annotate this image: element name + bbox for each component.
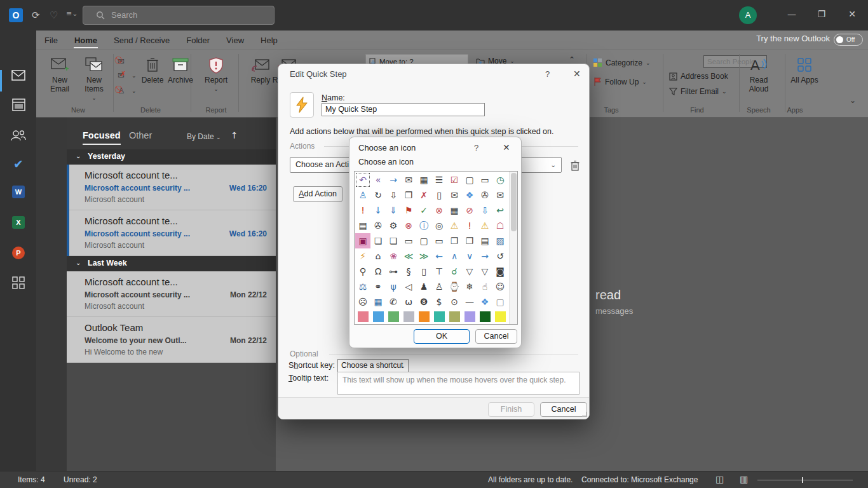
return-icon[interactable]: ↺ (492, 248, 508, 264)
shredder-icon[interactable]: ▤ (355, 218, 370, 233)
next-icon[interactable]: → (477, 248, 492, 264)
reading-view-icon[interactable]: ▥ (740, 474, 748, 484)
tooltip-text-input[interactable]: This text will show up when the mouse ho… (337, 372, 580, 395)
close-dialog-button[interactable]: ✕ (503, 142, 510, 152)
page-forward-icon[interactable]: ❏ (370, 233, 386, 248)
dash-icon[interactable]: — (462, 294, 477, 309)
blank-icon[interactable]: ▢ (492, 294, 508, 309)
screen-icon[interactable]: ⊤ (431, 264, 447, 279)
report-button[interactable]: Report ⌄ (199, 54, 233, 93)
tab-focused[interactable]: Focused (83, 130, 121, 140)
new-items-button[interactable]: New Items ⌄ (77, 54, 111, 102)
page-back-icon[interactable]: ❏ (386, 233, 401, 248)
group-header[interactable]: ⌄Yesterday (67, 149, 276, 165)
quick-step-icon[interactable]: ⚡ (355, 248, 370, 264)
reply-all-icon[interactable]: « (370, 172, 386, 187)
check-icon[interactable]: ✓ (416, 203, 431, 218)
justice-icon[interactable]: ⚖ (355, 279, 370, 294)
palette-icon[interactable]: ❀ (386, 248, 401, 264)
person-dark-icon[interactable]: ♟ (416, 279, 431, 294)
target-icon[interactable]: ◎ (431, 218, 447, 233)
address-book-button[interactable]: Address Book (669, 72, 728, 81)
group-header[interactable]: ⌄Last Week (67, 256, 276, 271)
open-mail-icon[interactable]: ✉ (401, 172, 416, 187)
warning-icon[interactable]: ⚠ (447, 218, 462, 233)
help-button[interactable]: ? (545, 69, 550, 79)
bookmark-icon[interactable]: ▯ (416, 264, 431, 279)
excel-nav-icon[interactable]: X (11, 215, 26, 230)
ribbon-tab-folder[interactable]: Folder (178, 32, 218, 48)
zoom-slider[interactable] (757, 480, 853, 480)
todo-nav-icon[interactable]: ✔ (11, 156, 26, 172)
close-button[interactable]: ✕ (843, 9, 862, 19)
cancel-button[interactable]: Cancel (540, 402, 587, 417)
color-swatch-6[interactable] (449, 311, 460, 322)
junk-button[interactable]: ✉✗⌄ (118, 71, 137, 80)
down-important-icon[interactable]: ⇓ (386, 203, 401, 218)
search-input[interactable]: Search (83, 6, 275, 25)
mail2-icon[interactable]: ✉ (492, 187, 508, 203)
zoom-slider-knob[interactable] (802, 477, 803, 483)
filter-email-button[interactable]: Filter Email⌄ (669, 87, 727, 96)
smile-icon[interactable]: ☺ (492, 279, 508, 294)
read-aloud-button[interactable]: A Read Aloud (742, 54, 776, 93)
categorize-icon[interactable]: ❖ (462, 187, 477, 203)
help-button[interactable]: ? (474, 143, 478, 152)
color-swatch-5[interactable] (434, 311, 445, 322)
color-swatch-3[interactable] (403, 311, 414, 322)
mute-icon[interactable]: ◁ (401, 279, 416, 294)
mail-nav-icon[interactable] (11, 67, 26, 83)
pin-icon[interactable]: ⚲ (355, 264, 370, 279)
down-icon[interactable]: ∨ (462, 248, 477, 264)
prev-all-icon[interactable]: ≪ (401, 248, 416, 264)
key-icon[interactable]: ⊶ (386, 264, 401, 279)
clock-icon[interactable]: ⌚ (447, 279, 462, 294)
cancel-circle2-icon[interactable]: ⊗ (401, 218, 416, 233)
ribbon-tab-file[interactable]: File (36, 32, 66, 48)
mic-icon[interactable]: ψ (386, 279, 401, 294)
delete-x-icon[interactable]: ✗ (416, 187, 431, 203)
all-apps-button[interactable]: All Apps (787, 54, 822, 85)
ribbon-tab-send-receive[interactable]: Send / Receive (105, 32, 178, 48)
finish-button[interactable]: Finish (488, 402, 534, 417)
new-outlook-toggle[interactable]: Off (834, 34, 863, 46)
down-arrow-icon[interactable]: ↓ (370, 203, 386, 218)
page-icon[interactable]: ▢ (416, 233, 431, 248)
note-icon[interactable]: ▢ (462, 172, 477, 187)
cancel-button[interactable]: Cancel (475, 329, 517, 344)
rings-icon[interactable]: ⚭ (370, 279, 386, 294)
outlook-logo-icon[interactable]: O (9, 8, 23, 22)
frown-icon[interactable]: ☹ (355, 294, 370, 309)
resize-grip[interactable] (582, 412, 587, 417)
gallery-up-icon[interactable]: ⌃ (569, 55, 575, 64)
back-icon[interactable]: ← (431, 248, 447, 264)
folder3-icon[interactable]: ▭ (431, 233, 447, 248)
import-icon[interactable]: ⇩ (386, 187, 401, 203)
send-receive-icon[interactable]: ⟳ (32, 10, 40, 21)
scroll-icon[interactable]: § (401, 264, 416, 279)
next-all-icon[interactable]: ≫ (416, 248, 431, 264)
tab-other[interactable]: Other (129, 130, 152, 140)
snowflake-icon[interactable]: ❄ (462, 279, 477, 294)
avatar[interactable]: A (739, 6, 757, 24)
quick-step-icon-button[interactable] (290, 92, 314, 118)
ribbon-tab-help[interactable]: Help (252, 32, 286, 48)
color-swatch-7[interactable] (465, 311, 475, 322)
filter2-icon[interactable]: ▽ (477, 264, 492, 279)
cancel-circle-icon[interactable]: ⊗ (431, 203, 447, 218)
eye-icon[interactable]: ⊙ (447, 294, 462, 309)
printer-icon[interactable]: ▤ (477, 233, 492, 248)
color-swatch-8[interactable] (480, 311, 491, 322)
calendar-icon[interactable]: ▦ (416, 172, 431, 187)
phone-icon[interactable]: ✆ (386, 294, 401, 309)
email-list-item[interactable]: Microsoft account te...Microsoft account… (67, 210, 276, 256)
home-icon[interactable]: ⌂ (370, 248, 386, 264)
mail-icon[interactable]: ✉ (447, 187, 462, 203)
attach-mail2-icon[interactable]: ✇ (370, 218, 386, 233)
word-nav-icon[interactable]: W (11, 184, 26, 200)
important2-icon[interactable]: ! (462, 218, 477, 233)
import-down-icon[interactable]: ⇩ (477, 203, 492, 218)
more-apps-icon[interactable] (11, 275, 26, 290)
person-icon[interactable]: ♙ (431, 279, 447, 294)
search-icon[interactable]: ☌ (447, 264, 462, 279)
